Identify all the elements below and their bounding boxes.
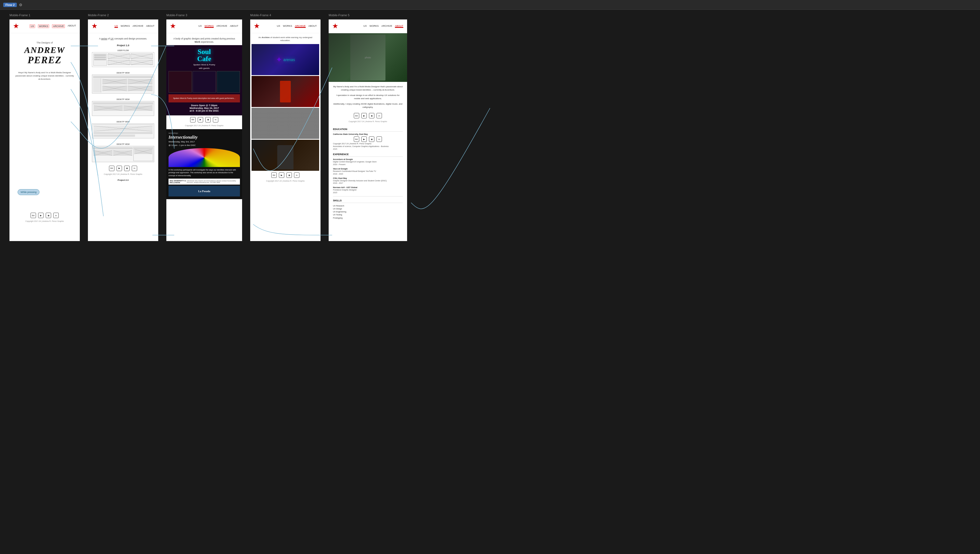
youtube-icon-f2[interactable]: ▶	[117, 166, 122, 171]
frame-2-box: ★ UX WORKS ARCHIVE ABOUT A series of UX …	[88, 19, 158, 241]
nav-about-frame1[interactable]: ABOUT	[68, 24, 76, 28]
skill-3: UX Engineering	[333, 210, 403, 213]
intersectionality-poster: workshop: Intersectionality Wednesday, M…	[166, 129, 242, 199]
job-1-company: Accenture at Google	[333, 158, 403, 161]
edu-item-1: California State University, East Bay Bē…	[333, 133, 403, 150]
job-1-role: Digital Content Manager/UX engineer, Goo…	[333, 161, 403, 163]
behance-icon-f5[interactable]: Bē	[354, 113, 359, 118]
nav-archive-f4[interactable]: ARCHIVE	[295, 25, 306, 28]
frame-3-logo: ★	[170, 23, 176, 30]
disc-contact: Individuals who require accommodations p…	[187, 180, 239, 183]
behance-icon-f3[interactable]: Bē	[190, 117, 196, 123]
nav-archive-f5[interactable]: ARCHIVE	[381, 25, 392, 28]
linkedin-icon-f2[interactable]: in	[132, 166, 137, 171]
nav-archive-f3[interactable]: ARCHIVE	[216, 25, 227, 28]
job-4: Norman Arif - UST Global Freelance Graph…	[333, 186, 403, 194]
frame-2-label: Mobile-Frame 2	[86, 14, 109, 17]
frames-container: Mobile-Frame 1 ★ UX WORKS ARCHIVE ABOUT …	[0, 0, 980, 241]
nav-about-f4[interactable]: ABOUT	[308, 25, 317, 28]
wf-label-5: DESKTP VIEW	[92, 143, 154, 145]
soul-cafe-subtitle: Spoken Word & Poetry	[169, 64, 240, 66]
edu-school: California State University, East Bay	[333, 133, 403, 135]
nav-about-f3[interactable]: ABOUT	[230, 25, 238, 28]
frame-4-nav-links: UX WORKS ARCHIVE ABOUT	[277, 25, 317, 28]
nav-about-f2[interactable]: ABOUT	[146, 25, 155, 28]
frame-2-copyright: Copyright 2017-24 | Andrew R. Perez Grap…	[88, 173, 158, 178]
instagram-icon-edu[interactable]: ◉	[369, 137, 374, 142]
wireframe-desktop-1: DESKTP VIEW	[88, 70, 158, 95]
flow-badge[interactable]: Flow 2	[3, 3, 17, 7]
instagram-icon-f3[interactable]: ◉	[205, 117, 211, 123]
linkedin-icon-f1[interactable]: in	[53, 213, 59, 218]
about-bio-2: I specialize in visual design in an effo…	[333, 94, 403, 100]
nav-works-f5[interactable]: WORKS	[369, 25, 379, 28]
edu-copyright: Copyright 2017-24 | Andrew R. Perez Grap…	[333, 142, 403, 145]
about-bio-3: Additionally, I enjoy creating 2D/3D dig…	[333, 102, 403, 109]
behance-icon-f2[interactable]: Bē	[109, 166, 115, 171]
nav-works-frame1[interactable]: WORKS	[38, 24, 49, 28]
soul-cafe-title: SoulCafe	[169, 48, 240, 62]
ux-intro: A series of UX concepts and design proce…	[88, 33, 158, 42]
job-3-years: 2016 - 2017	[333, 182, 403, 185]
about-bio-1: My Name's Andy and I'm a Multi-Media Des…	[333, 85, 403, 92]
frame-1-nav: ★ UX WORKS ARCHIVE ABOUT	[10, 19, 80, 33]
youtube-icon-f3[interactable]: ▶	[198, 117, 203, 123]
youtube-icon-f4[interactable]: ▶	[279, 172, 284, 178]
doors-open: Doors Open @ 7:30pm	[169, 104, 240, 107]
soul-cafe-description: Spoken Word & Poetry event description t…	[169, 94, 240, 102]
nav-works-f3[interactable]: WORKS	[204, 25, 214, 28]
youtube-icon-f1[interactable]: ▶	[38, 213, 43, 218]
frame-3-label: Mobile-Frame 3	[165, 14, 187, 17]
archive-intro: An Archive of student work while earning…	[250, 33, 321, 44]
color-gradient-dots	[169, 148, 240, 167]
wireframe-desktop-4: DESKTP VIEW	[88, 142, 158, 164]
instagram-icon-f1[interactable]: ◉	[46, 213, 51, 218]
behance-icon-f4[interactable]: Bē	[271, 172, 277, 178]
behance-icon-edu[interactable]: Bē	[354, 137, 359, 142]
event-date-f3: Wednesday, May 24, 2017	[169, 107, 240, 110]
youtube-icon-edu[interactable]: ▶	[361, 137, 367, 142]
project-2-label: Project 2.3	[88, 178, 158, 182]
youtube-icon-f5[interactable]: ▶	[361, 113, 367, 118]
wireframe-desktop-3: DESKTP VIEW	[88, 119, 158, 140]
soul-cafe-guests: with guests	[169, 67, 240, 70]
linkedin-icon-edu[interactable]: in	[377, 137, 382, 142]
behance-icon-f1[interactable]: Bē	[30, 213, 36, 218]
linkedin-icon-f4[interactable]: in	[294, 172, 299, 178]
frame-1-logo: ★	[13, 23, 19, 30]
job-2: Vaco at Google Research Coordinator/Visu…	[333, 167, 403, 175]
flow-settings-icon[interactable]: ⚙	[19, 3, 22, 7]
nav-ux-frame1[interactable]: UX	[29, 24, 35, 28]
frame-5-nav-links: UX WORKS ARCHIVE ABOUT	[363, 25, 403, 28]
frame-5-label: Mobile-Frame 5	[327, 14, 350, 17]
linkedin-icon-f3[interactable]: in	[213, 117, 218, 123]
nav-ux-f5[interactable]: UX	[363, 25, 367, 28]
disc-bar: disc DIVERSITY & INCLUSION Individuals w…	[169, 178, 240, 185]
linkedin-icon-f5[interactable]: in	[377, 113, 382, 118]
nav-ux-f2[interactable]: UX	[115, 25, 118, 28]
intersectionality-title: Intersectionality	[169, 135, 240, 139]
skills-list: UX Research UX Design UX Engineering UX …	[333, 204, 403, 220]
edu-year: 2015	[333, 148, 403, 151]
archive-photo-4	[252, 140, 319, 171]
instagram-icon-f5[interactable]: ◉	[369, 113, 374, 118]
hero-name: ANDREW PEREZ	[15, 45, 74, 66]
experience-heading: EXPERIENCE	[333, 153, 403, 157]
nav-works-f2[interactable]: WORKS	[121, 25, 130, 28]
job-4-years: 2015	[333, 191, 403, 194]
frame-3-nav-links: UX WORKS ARCHIVE ABOUT	[198, 25, 238, 28]
frame-4-logo: ★	[254, 23, 259, 30]
nav-about-f5[interactable]: ABOUT	[395, 25, 403, 28]
nav-ux-f4[interactable]: UX	[277, 25, 280, 28]
instagram-icon-f2[interactable]: ◉	[124, 166, 129, 171]
instagram-icon-f4[interactable]: ◉	[286, 172, 292, 178]
nav-archive-frame1[interactable]: ARCHIVE	[52, 24, 65, 28]
nav-ux-f3[interactable]: UX	[198, 25, 202, 28]
nav-archive-f2[interactable]: ARCHIVE	[132, 25, 144, 28]
nav-works-f4[interactable]: WORKS	[283, 25, 292, 28]
archive-photos: ✦ arenas	[250, 44, 321, 171]
frame-1-box: ★ UX WORKS ARCHIVE ABOUT The Designs of …	[10, 19, 80, 241]
frame-4-nav: ★ UX WORKS ARCHIVE ABOUT	[250, 19, 321, 33]
frame-5-column: Mobile-Frame 5 ★ UX WORKS ARCHIVE ABOUT …	[325, 14, 411, 241]
frame-4-column: Mobile-Frame 4 ★ UX WORKS ARCHIVE ABOUT …	[246, 14, 325, 241]
